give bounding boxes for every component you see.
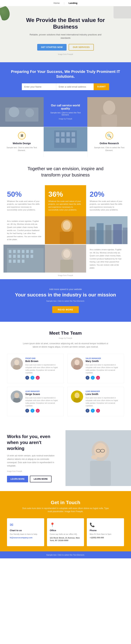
banner-title: Preparing For Your Success, We Provide T… (11, 69, 120, 79)
bob-tw-icon[interactable]: t (31, 376, 34, 380)
svg-rect-55 (74, 365, 80, 370)
mary-ig-icon[interactable]: ◎ (96, 376, 100, 380)
lora-bio: Duis aute irure dolor in reprehenderit i… (86, 396, 120, 407)
team-card-serge: LEAD MANAGER Serge Scavo Duis aute irure… (7, 387, 64, 416)
svg-rect-43 (13, 260, 16, 263)
gallery-image-building2 (4, 245, 45, 272)
avatar-bob (11, 358, 23, 370)
stat-20-number: 20% (90, 190, 124, 198)
bob-ig-icon[interactable]: ◎ (36, 376, 40, 380)
svg-point-49 (63, 250, 70, 258)
team-card-lora: LEAD MANAGER Lora Smith Duis aute irure … (67, 387, 124, 416)
lora-tw-icon[interactable]: t (91, 409, 95, 412)
svg-rect-23 (90, 227, 95, 244)
office-desc: Come say hello at our office HQ. (50, 533, 81, 536)
serge-ig-icon[interactable]: ◎ (36, 409, 40, 412)
chat-detail: hi@sourcecompany.com (10, 536, 41, 539)
research-title: Online Research (91, 142, 127, 145)
mission-sample: Sample text. Click to select the Text El… (11, 300, 120, 302)
office-title: Office (50, 529, 81, 532)
device-decoration-right (113, 6, 131, 18)
building2-svg (4, 245, 45, 272)
gallery-image-woman (45, 216, 86, 244)
svg-rect-11 (66, 132, 70, 136)
works-section: Works for you, even when you aren't work… (0, 425, 131, 491)
gallery-text-right: Arcu sodales ornare egestas. Fugiliat ve… (86, 245, 127, 273)
serge-social: f t ◎ (25, 409, 60, 412)
team-grid: FRONT-END Bob Brown Duis aute irure dolo… (7, 354, 124, 416)
avatar-serge (11, 390, 23, 403)
phone-detail: +1(555) 000-000 (90, 536, 121, 539)
serge-tw-icon[interactable]: t (31, 409, 34, 412)
svg-rect-27 (123, 228, 127, 244)
nav-separator: | (64, 2, 64, 4)
hero-description: Reliable, proven solutions that meet int… (29, 33, 102, 40)
svg-point-5 (103, 100, 115, 114)
nav-home[interactable]: Home (54, 2, 60, 4)
learn-more-button-1[interactable]: LEARN MORE (7, 476, 28, 482)
research-description: Sample text. Click to select the Text El… (91, 146, 127, 152)
leaf-decoration-left (0, 6, 14, 22)
service-center-credit: Image by Freepik (59, 118, 72, 120)
contact-description: Duis aute irure dolor in reprehenderit i… (22, 507, 109, 513)
lora-role: LEAD MANAGER (86, 390, 120, 392)
svg-point-57 (14, 392, 19, 398)
team-info-mary: SALES MANAGER Mary Smith Duis aute irure… (86, 358, 120, 380)
read-more-button[interactable]: READ MORE (52, 306, 79, 313)
bob-role: FRONT-END (25, 358, 60, 360)
contact-card-phone: 📞 Phone Mon-Fri from 8am to 5pm +1(555) … (87, 518, 124, 546)
office-detail: 121 Rock Street, 21 Avenue, New York, NY… (50, 536, 81, 542)
svg-rect-31 (13, 250, 16, 253)
research-icon: 🔍 (105, 132, 113, 140)
svg-rect-24 (97, 223, 104, 244)
avatar-mary (71, 358, 83, 370)
serge-fb-icon[interactable]: f (25, 409, 29, 412)
phone-title: Phone (90, 529, 121, 532)
office-icon: 📍 (50, 522, 81, 527)
building-image-svg (44, 127, 87, 151)
team-card-mary: SALES MANAGER Mary Smith Duis aute irure… (67, 354, 124, 383)
svg-rect-48 (60, 260, 73, 272)
banner-form: SUBMIT (22, 83, 109, 90)
phone-icon: 📞 (90, 522, 121, 527)
hero-credit: Image from Freepik (14, 53, 117, 55)
email-input[interactable] (56, 83, 94, 90)
svg-rect-58 (13, 398, 20, 403)
team-description: Lorem ipsum dolor sit amet, consectetur … (22, 342, 109, 348)
gallery-image-man (45, 245, 86, 272)
svg-point-54 (75, 360, 79, 365)
team-title: Meet The Team (7, 330, 124, 336)
lora-fb-icon[interactable]: f (86, 409, 89, 412)
contact-cards: ✉ Chart to us Our friendly team is here … (7, 518, 124, 546)
svg-rect-14 (61, 138, 65, 143)
transform-section: Together we can envision, inspire and tr… (0, 157, 131, 182)
svg-rect-45 (22, 260, 25, 263)
svg-rect-16 (72, 138, 75, 143)
svg-point-60 (75, 392, 79, 398)
our-services-button[interactable]: OUR SERVICES (69, 44, 94, 50)
submit-button[interactable]: SUBMIT (94, 83, 109, 90)
learn-more-button-2[interactable]: LEARN MORE (30, 476, 52, 482)
blue-banner: Preparing For Your Success, We Provide T… (0, 62, 131, 97)
city-svg (86, 216, 127, 244)
svg-rect-19 (60, 232, 74, 244)
lora-ig-icon[interactable]: ◎ (96, 409, 100, 412)
svg-rect-35 (31, 250, 33, 253)
stat-50: 50% Whatever the scale and nature of you… (4, 185, 45, 216)
mary-fb-icon[interactable]: f (86, 376, 89, 380)
service-image-right (87, 97, 131, 127)
name-input[interactable] (22, 83, 56, 90)
team-card-bob: FRONT-END Bob Brown Duis aute irure dolo… (7, 354, 64, 383)
gallery-text-left: Arcu sodales ornare egestas. Fugiliat ve… (4, 216, 45, 245)
transform-title: Together we can envision, inspire and tr… (22, 166, 109, 178)
nav-landing[interactable]: Landing (69, 2, 78, 4)
avatar-lora (71, 390, 83, 403)
bob-fb-icon[interactable]: f (25, 376, 29, 380)
lora-social: f t ◎ (86, 409, 120, 412)
get-started-button[interactable]: GET STARTED NOW (37, 44, 67, 50)
services-top: Our call service world quality Sample te… (0, 97, 131, 127)
stat-36-number: 36% (48, 190, 83, 198)
svg-rect-10 (61, 132, 65, 136)
mary-tw-icon[interactable]: t (91, 376, 95, 380)
service-cards: 🖥 Website Design Sample text. Click to s… (0, 127, 131, 157)
